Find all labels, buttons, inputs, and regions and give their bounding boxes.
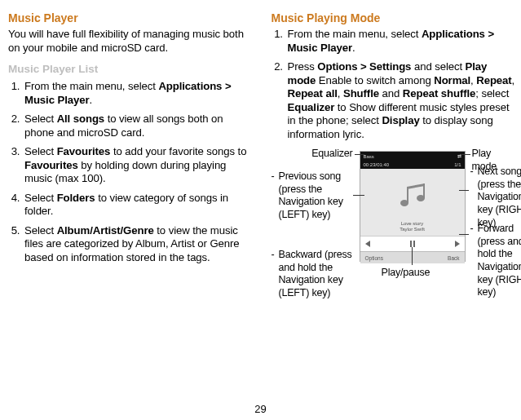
manual-page: Music Player You will have full flexibil… (0, 0, 521, 420)
step-2: Press Options > Settings and select Play… (286, 60, 519, 141)
album-art (360, 169, 465, 219)
phone-top-bar: Bass ⇄ (360, 152, 465, 161)
backward-label: -Backward (press and hold the Navigation… (272, 249, 353, 300)
back-softkey[interactable]: Back (448, 255, 459, 261)
prev-icon[interactable] (365, 241, 370, 247)
song-title: Love story (360, 221, 465, 227)
connector-line (459, 190, 469, 191)
step-4: Select Folders to view category of songs… (23, 192, 255, 219)
step-5: Select Album/Artist/Genre to view the mu… (23, 224, 255, 265)
next-icon[interactable] (455, 241, 460, 247)
play-pause-icon[interactable] (410, 241, 415, 247)
phone-time-row: 00:23/01:40 1/1 (360, 161, 465, 169)
phone-screen: Bass ⇄ 00:23/01:40 1/1 (360, 151, 466, 262)
music-player-list-steps: From the main menu, select Applications … (8, 80, 255, 264)
softkey-row: Options Back (360, 251, 465, 263)
forward-label: -Forward (press and hold the Navigation … (470, 223, 522, 299)
song-artist: Taylor Swift (360, 227, 465, 232)
equalizer-label: Equalizer (304, 148, 353, 161)
play-pause-label: Play/pause (382, 267, 430, 280)
track-count: 1/1 (454, 162, 461, 167)
connector-line (353, 195, 364, 196)
section-heading-music-player: Music Player (8, 11, 255, 24)
subheading-music-player-list: Music Player List (8, 63, 255, 75)
previous-song-label: -Previous song (press the Navigation key… (272, 170, 353, 222)
playing-mode-steps: From the main menu, select Applications … (272, 28, 519, 141)
step-1: From the main menu, select Applications … (23, 80, 255, 107)
music-note-icon (400, 182, 425, 206)
step-3: Select Favourites to add your favorite s… (23, 145, 255, 186)
two-column-layout: Music Player You will have full flexibil… (8, 11, 518, 369)
music-player-intro: You will have full flexibility of managi… (8, 28, 255, 55)
step-2: Select All songs to view all songs both … (23, 113, 255, 139)
player-diagram: Bass ⇄ 00:23/01:40 1/1 (272, 148, 519, 369)
connector-line (461, 154, 470, 155)
step-1: From the main menu, select Applications … (286, 28, 519, 55)
right-column: Music Playing Mode From the main menu, s… (272, 11, 519, 369)
connector-line (459, 234, 469, 235)
equalizer-value: Bass (364, 154, 374, 159)
section-heading-playing-mode: Music Playing Mode (272, 11, 519, 24)
left-column: Music Player You will have full flexibil… (8, 11, 255, 369)
song-info: Love story Taylor Swift (360, 219, 465, 236)
connector-line (355, 154, 364, 155)
options-softkey[interactable]: Options (365, 255, 383, 261)
playback-time: 00:23/01:40 (364, 162, 390, 167)
connector-line (412, 247, 413, 265)
player-controls (360, 236, 465, 251)
page-number: 29 (0, 403, 521, 415)
next-song-label: -Next song (press the Navigation key (RI… (470, 166, 522, 229)
